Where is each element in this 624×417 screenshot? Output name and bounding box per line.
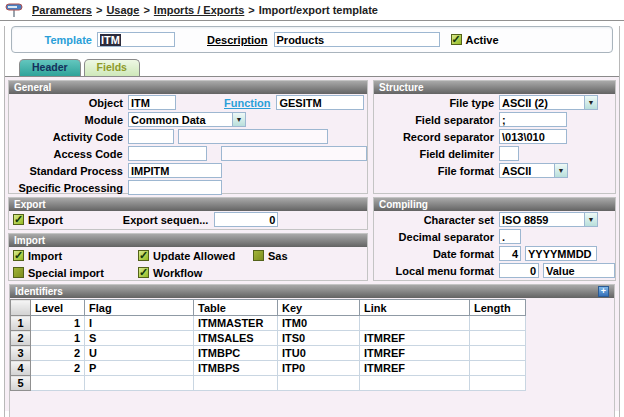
cell-table[interactable]: ITMMASTER [194, 316, 278, 331]
standard-process-input[interactable]: IMPITM [128, 163, 222, 178]
function-input[interactable]: GESITM [276, 95, 364, 110]
function-label[interactable]: Function [224, 97, 270, 109]
row-number[interactable]: 4 [11, 361, 31, 376]
import-checkbox[interactable] [13, 250, 24, 261]
cell-table[interactable]: ITMSALES [194, 331, 278, 346]
row-number[interactable]: 5 [11, 376, 31, 391]
col-header-flag[interactable]: Flag [85, 300, 194, 316]
import-checkbox-label: Import [28, 250, 62, 262]
template-label[interactable]: Template [12, 34, 92, 46]
section-export-bar: Export [9, 198, 367, 211]
cell-length[interactable] [470, 376, 526, 391]
breadcrumb-separator: > [96, 4, 102, 16]
file-type-select[interactable]: ASCII (2) ▼ [499, 95, 598, 110]
special-import-checkbox-label: Special import [28, 267, 104, 279]
cell-level[interactable]: 1 [31, 316, 85, 331]
cell-link[interactable]: ITMREF [360, 331, 470, 346]
col-header-length[interactable]: Length [470, 300, 526, 316]
cell-level[interactable]: 2 [31, 346, 85, 361]
date-format-input[interactable]: YYYYMMDD [525, 246, 597, 261]
export-checkbox[interactable] [13, 214, 24, 225]
cell-length[interactable] [470, 361, 526, 376]
access-code-label[interactable]: Access Code [13, 148, 123, 160]
standard-process-label[interactable]: Standard Process [13, 165, 123, 177]
cell-key[interactable]: ITU0 [278, 346, 360, 361]
expand-grid-icon[interactable]: + [598, 286, 609, 297]
export-sequence-input[interactable]: 0 [214, 212, 278, 227]
special-import-checkbox[interactable] [13, 267, 24, 278]
identifiers-grid: Level Flag Table Key Link Length 1 1 I [10, 298, 614, 417]
app-icon[interactable] [4, 3, 24, 17]
section-general: General Object ITM Function GESITM Modul… [8, 80, 368, 194]
grid-corner-cell[interactable] [11, 300, 31, 316]
activity-code-input[interactable] [128, 129, 174, 144]
cell-link[interactable] [360, 376, 470, 391]
character-set-select[interactable]: ISO 8859 ▼ [499, 212, 598, 227]
cell-link[interactable] [360, 316, 470, 331]
cell-flag[interactable]: S [85, 331, 194, 346]
file-format-dropdown-icon[interactable]: ▼ [554, 164, 567, 177]
activity-code-label[interactable]: Activity Code [13, 131, 123, 143]
description-input[interactable]: Products [274, 32, 440, 47]
decimal-separator-input[interactable]: . [499, 229, 521, 244]
date-format-code-input[interactable]: 4 [499, 246, 521, 261]
cell-key[interactable]: ITS0 [278, 331, 360, 346]
cell-level[interactable] [31, 376, 85, 391]
tab-bar: Header Fields [19, 59, 619, 76]
col-header-key[interactable]: Key [278, 300, 360, 316]
cell-level[interactable]: 2 [31, 361, 85, 376]
col-header-link[interactable]: Link [360, 300, 470, 316]
specific-processing-input[interactable] [128, 180, 222, 195]
file-format-value: ASCII [500, 164, 554, 177]
access-code-input[interactable] [128, 146, 208, 161]
cell-flag[interactable] [85, 376, 194, 391]
local-menu-value-input[interactable]: Value [543, 263, 615, 278]
cell-level[interactable]: 1 [31, 331, 85, 346]
description-label[interactable]: Description [207, 34, 268, 46]
cell-flag[interactable]: I [85, 316, 194, 331]
cell-length[interactable] [470, 331, 526, 346]
cell-table[interactable]: ITMBPC [194, 346, 278, 361]
file-type-dropdown-icon[interactable]: ▼ [584, 96, 597, 109]
section-compiling-bar: Compiling [374, 198, 615, 211]
breadcrumb-link-usage[interactable]: Usage [106, 4, 139, 16]
specific-processing-label[interactable]: Specific Processing [13, 182, 123, 194]
cell-link[interactable]: ITMREF [360, 361, 470, 376]
workflow-checkbox[interactable] [138, 267, 149, 278]
cell-length[interactable] [470, 346, 526, 361]
cell-key[interactable] [278, 376, 360, 391]
character-set-dropdown-icon[interactable]: ▼ [584, 213, 597, 226]
tab-header[interactable]: Header [19, 59, 81, 76]
breadcrumb-link-imports-exports[interactable]: Imports / Exports [154, 4, 244, 16]
cell-length[interactable] [470, 316, 526, 331]
template-input[interactable]: ITM [97, 32, 175, 47]
breadcrumb-link-parameters[interactable]: Parameters [32, 4, 92, 16]
active-checkbox[interactable] [451, 34, 462, 45]
cell-flag[interactable]: P [85, 361, 194, 376]
row-number[interactable]: 1 [11, 316, 31, 331]
field-separator-input[interactable]: ; [499, 112, 567, 127]
cell-key[interactable]: ITP0 [278, 361, 360, 376]
col-header-level[interactable]: Level [31, 300, 85, 316]
tab-fields[interactable]: Fields [84, 59, 140, 76]
file-format-select[interactable]: ASCII ▼ [499, 163, 568, 178]
object-label[interactable]: Object [13, 97, 123, 109]
sas-checkbox[interactable] [253, 250, 264, 261]
record-separator-input[interactable]: \013\010 [499, 129, 567, 144]
local-menu-code-input[interactable]: 0 [499, 263, 539, 278]
cell-table[interactable] [194, 376, 278, 391]
module-dropdown-icon[interactable]: ▼ [232, 113, 245, 126]
field-delimiter-input[interactable] [499, 146, 519, 161]
section-identifiers-title: Identifiers [15, 286, 63, 297]
cell-table[interactable]: ITMBPS [194, 361, 278, 376]
cell-key[interactable]: ITM0 [278, 316, 360, 331]
cell-flag[interactable]: U [85, 346, 194, 361]
update-allowed-checkbox[interactable] [138, 250, 149, 261]
section-structure: Structure File type ASCII (2) ▼ Field se… [373, 80, 616, 194]
cell-link[interactable]: ITMREF [360, 346, 470, 361]
object-input[interactable]: ITM [128, 95, 176, 110]
row-number[interactable]: 3 [11, 346, 31, 361]
row-number[interactable]: 2 [11, 331, 31, 346]
col-header-table[interactable]: Table [194, 300, 278, 316]
module-select[interactable]: Common Data ▼ [128, 112, 246, 127]
